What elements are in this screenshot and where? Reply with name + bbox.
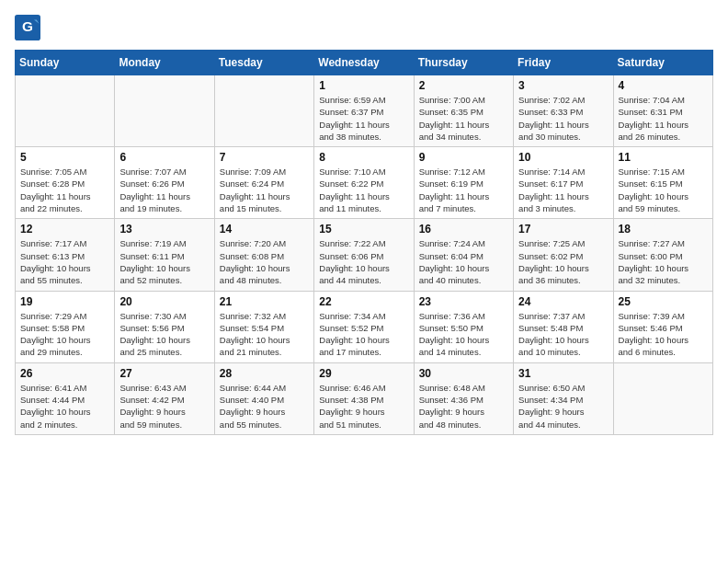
calendar-cell: 8Sunrise: 7:10 AM Sunset: 6:22 PM Daylig… bbox=[314, 147, 414, 219]
weekday-header-sunday: Sunday bbox=[16, 51, 115, 75]
calendar-cell: 18Sunrise: 7:27 AM Sunset: 6:00 PM Dayli… bbox=[613, 219, 712, 291]
calendar-cell: 30Sunrise: 6:48 AM Sunset: 4:36 PM Dayli… bbox=[414, 362, 513, 434]
day-number: 28 bbox=[220, 367, 309, 380]
day-info: Sunrise: 7:10 AM Sunset: 6:22 PM Dayligh… bbox=[319, 166, 408, 214]
day-info: Sunrise: 7:27 AM Sunset: 6:00 PM Dayligh… bbox=[619, 237, 708, 286]
day-info: Sunrise: 7:07 AM Sunset: 6:26 PM Dayligh… bbox=[119, 166, 209, 214]
day-info: Sunrise: 6:48 AM Sunset: 4:36 PM Dayligh… bbox=[419, 382, 508, 431]
day-info: Sunrise: 7:24 AM Sunset: 6:04 PM Dayligh… bbox=[419, 237, 508, 286]
day-info: Sunrise: 7:19 AM Sunset: 6:11 PM Dayligh… bbox=[119, 237, 209, 286]
calendar-cell: 7Sunrise: 7:09 AM Sunset: 6:24 PM Daylig… bbox=[214, 147, 313, 219]
calendar-cell: 26Sunrise: 6:41 AM Sunset: 4:44 PM Dayli… bbox=[16, 362, 115, 434]
day-number: 15 bbox=[319, 223, 408, 236]
calendar-cell: 13Sunrise: 7:19 AM Sunset: 6:11 PM Dayli… bbox=[115, 219, 214, 291]
calendar-cell: 17Sunrise: 7:25 AM Sunset: 6:02 PM Dayli… bbox=[514, 219, 613, 291]
svg-text:G: G bbox=[22, 18, 33, 34]
calendar-table: SundayMondayTuesdayWednesdayThursdayFrid… bbox=[15, 50, 713, 435]
day-number: 6 bbox=[119, 151, 209, 164]
day-info: Sunrise: 7:15 AM Sunset: 6:15 PM Dayligh… bbox=[619, 166, 708, 214]
day-number: 11 bbox=[619, 151, 708, 164]
day-number: 12 bbox=[20, 223, 109, 236]
day-number: 8 bbox=[319, 151, 408, 164]
calendar-cell: 6Sunrise: 7:07 AM Sunset: 6:26 PM Daylig… bbox=[115, 147, 214, 219]
calendar-week-3: 12Sunrise: 7:17 AM Sunset: 6:13 PM Dayli… bbox=[16, 219, 713, 291]
calendar-cell: 25Sunrise: 7:39 AM Sunset: 5:46 PM Dayli… bbox=[613, 291, 712, 362]
day-info: Sunrise: 7:00 AM Sunset: 6:35 PM Dayligh… bbox=[419, 94, 508, 143]
day-info: Sunrise: 7:30 AM Sunset: 5:56 PM Dayligh… bbox=[119, 310, 209, 359]
weekday-row: SundayMondayTuesdayWednesdayThursdayFrid… bbox=[16, 51, 713, 75]
calendar-week-4: 19Sunrise: 7:29 AM Sunset: 5:58 PM Dayli… bbox=[16, 291, 713, 362]
day-number: 4 bbox=[619, 79, 708, 92]
weekday-header-monday: Monday bbox=[115, 51, 214, 75]
day-number: 23 bbox=[419, 295, 508, 308]
calendar-body: 1Sunrise: 6:59 AM Sunset: 6:37 PM Daylig… bbox=[16, 75, 713, 435]
day-info: Sunrise: 7:14 AM Sunset: 6:17 PM Dayligh… bbox=[518, 166, 608, 214]
day-number: 31 bbox=[518, 367, 608, 380]
day-number: 20 bbox=[119, 295, 209, 308]
calendar-cell: 20Sunrise: 7:30 AM Sunset: 5:56 PM Dayli… bbox=[115, 291, 214, 362]
day-info: Sunrise: 6:46 AM Sunset: 4:38 PM Dayligh… bbox=[319, 382, 408, 431]
page-header: G bbox=[15, 15, 713, 40]
calendar-cell: 1Sunrise: 6:59 AM Sunset: 6:37 PM Daylig… bbox=[314, 75, 414, 147]
weekday-header-saturday: Saturday bbox=[613, 51, 712, 75]
day-info: Sunrise: 6:41 AM Sunset: 4:44 PM Dayligh… bbox=[20, 382, 109, 431]
day-info: Sunrise: 7:25 AM Sunset: 6:02 PM Dayligh… bbox=[518, 237, 608, 286]
day-number: 18 bbox=[619, 223, 708, 236]
day-info: Sunrise: 7:29 AM Sunset: 5:58 PM Dayligh… bbox=[20, 310, 109, 359]
calendar-cell: 3Sunrise: 7:02 AM Sunset: 6:33 PM Daylig… bbox=[514, 75, 613, 147]
day-info: Sunrise: 7:39 AM Sunset: 5:46 PM Dayligh… bbox=[619, 310, 708, 359]
logo-icon: G bbox=[15, 15, 40, 40]
calendar-cell: 15Sunrise: 7:22 AM Sunset: 6:06 PM Dayli… bbox=[314, 219, 414, 291]
calendar-cell: 14Sunrise: 7:20 AM Sunset: 6:08 PM Dayli… bbox=[214, 219, 313, 291]
calendar-cell: 2Sunrise: 7:00 AM Sunset: 6:35 PM Daylig… bbox=[414, 75, 513, 147]
calendar-cell: 5Sunrise: 7:05 AM Sunset: 6:28 PM Daylig… bbox=[16, 147, 115, 219]
day-number: 3 bbox=[518, 79, 608, 92]
day-number: 13 bbox=[119, 223, 209, 236]
calendar-cell: 24Sunrise: 7:37 AM Sunset: 5:48 PM Dayli… bbox=[514, 291, 613, 362]
day-number: 14 bbox=[220, 223, 309, 236]
weekday-header-friday: Friday bbox=[514, 51, 613, 75]
day-info: Sunrise: 7:37 AM Sunset: 5:48 PM Dayligh… bbox=[518, 310, 608, 359]
calendar-cell: 10Sunrise: 7:14 AM Sunset: 6:17 PM Dayli… bbox=[514, 147, 613, 219]
calendar-cell: 23Sunrise: 7:36 AM Sunset: 5:50 PM Dayli… bbox=[414, 291, 513, 362]
day-info: Sunrise: 7:34 AM Sunset: 5:52 PM Dayligh… bbox=[319, 310, 408, 359]
calendar-week-1: 1Sunrise: 6:59 AM Sunset: 6:37 PM Daylig… bbox=[16, 75, 713, 147]
weekday-header-wednesday: Wednesday bbox=[314, 51, 414, 75]
day-info: Sunrise: 7:22 AM Sunset: 6:06 PM Dayligh… bbox=[319, 237, 408, 286]
day-info: Sunrise: 6:59 AM Sunset: 6:37 PM Dayligh… bbox=[319, 94, 408, 143]
day-info: Sunrise: 7:32 AM Sunset: 5:54 PM Dayligh… bbox=[220, 310, 309, 359]
weekday-header-thursday: Thursday bbox=[414, 51, 513, 75]
day-info: Sunrise: 6:44 AM Sunset: 4:40 PM Dayligh… bbox=[220, 382, 309, 431]
day-info: Sunrise: 6:43 AM Sunset: 4:42 PM Dayligh… bbox=[119, 382, 209, 431]
calendar-cell: 28Sunrise: 6:44 AM Sunset: 4:40 PM Dayli… bbox=[214, 362, 313, 434]
calendar-cell: 16Sunrise: 7:24 AM Sunset: 6:04 PM Dayli… bbox=[414, 219, 513, 291]
calendar-cell: 11Sunrise: 7:15 AM Sunset: 6:15 PM Dayli… bbox=[613, 147, 712, 219]
day-info: Sunrise: 7:02 AM Sunset: 6:33 PM Dayligh… bbox=[518, 94, 608, 143]
calendar-cell bbox=[613, 362, 712, 434]
day-number: 16 bbox=[419, 223, 508, 236]
day-number: 30 bbox=[419, 367, 508, 380]
logo: G bbox=[15, 15, 44, 40]
day-number: 21 bbox=[220, 295, 309, 308]
calendar-week-2: 5Sunrise: 7:05 AM Sunset: 6:28 PM Daylig… bbox=[16, 147, 713, 219]
calendar-cell: 22Sunrise: 7:34 AM Sunset: 5:52 PM Dayli… bbox=[314, 291, 414, 362]
calendar-week-5: 26Sunrise: 6:41 AM Sunset: 4:44 PM Dayli… bbox=[16, 362, 713, 434]
day-info: Sunrise: 7:12 AM Sunset: 6:19 PM Dayligh… bbox=[419, 166, 508, 214]
day-info: Sunrise: 7:04 AM Sunset: 6:31 PM Dayligh… bbox=[619, 94, 708, 143]
day-info: Sunrise: 6:50 AM Sunset: 4:34 PM Dayligh… bbox=[518, 382, 608, 431]
day-info: Sunrise: 7:36 AM Sunset: 5:50 PM Dayligh… bbox=[419, 310, 508, 359]
day-number: 25 bbox=[619, 295, 708, 308]
day-number: 2 bbox=[419, 79, 508, 92]
day-info: Sunrise: 7:05 AM Sunset: 6:28 PM Dayligh… bbox=[20, 166, 109, 214]
day-number: 27 bbox=[119, 367, 209, 380]
calendar-cell: 27Sunrise: 6:43 AM Sunset: 4:42 PM Dayli… bbox=[115, 362, 214, 434]
day-number: 1 bbox=[319, 79, 408, 92]
calendar-cell bbox=[16, 75, 115, 147]
weekday-header-tuesday: Tuesday bbox=[214, 51, 313, 75]
calendar-header: SundayMondayTuesdayWednesdayThursdayFrid… bbox=[16, 51, 713, 75]
day-number: 24 bbox=[518, 295, 608, 308]
day-number: 19 bbox=[20, 295, 109, 308]
calendar-cell: 12Sunrise: 7:17 AM Sunset: 6:13 PM Dayli… bbox=[16, 219, 115, 291]
day-info: Sunrise: 7:09 AM Sunset: 6:24 PM Dayligh… bbox=[220, 166, 309, 214]
day-number: 22 bbox=[319, 295, 408, 308]
